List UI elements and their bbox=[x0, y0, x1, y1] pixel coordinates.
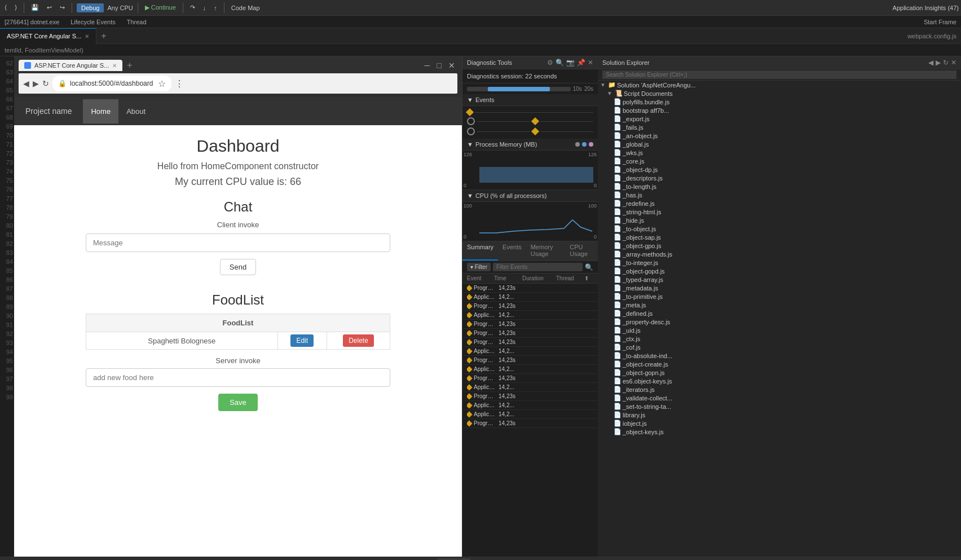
tab-close-aspnet[interactable]: ✕ bbox=[85, 33, 89, 39]
diag-search-btn[interactable]: 🔍 bbox=[556, 59, 564, 67]
file-item-6[interactable]: 📄_wks.js bbox=[598, 148, 961, 157]
filter-input[interactable] bbox=[493, 263, 583, 271]
code-map-btn[interactable]: Code Map bbox=[229, 3, 262, 12]
file-item-9[interactable]: 📄_descriptors.js bbox=[598, 174, 961, 182]
tab-aspnet[interactable]: ASP.NET Core Angular S... ✕ bbox=[0, 28, 96, 44]
diag-settings-btn[interactable]: ⚙ bbox=[547, 59, 553, 67]
maximize-btn[interactable]: □ bbox=[435, 61, 444, 70]
file-item-15[interactable]: 📄_to-object.js bbox=[598, 224, 961, 233]
event-item-9[interactable]: Application Insigh...14,2... bbox=[462, 365, 598, 374]
file-item-4[interactable]: 📄_an-object.js bbox=[598, 131, 961, 140]
solution-search-input[interactable] bbox=[602, 70, 956, 79]
file-item-31[interactable]: 📄_object-create.js bbox=[598, 360, 961, 368]
event-item-7[interactable]: Application Insigh...14,2... bbox=[462, 347, 598, 356]
file-item-5[interactable]: 📄_global.js bbox=[598, 140, 961, 148]
sol-back-btn[interactable]: ◀ bbox=[928, 59, 933, 67]
event-item-6[interactable]: Program Output...14,23s bbox=[462, 338, 598, 347]
file-item-22[interactable]: 📄_metadata.js bbox=[598, 284, 961, 292]
debug-btn[interactable]: Debug bbox=[77, 3, 104, 12]
diag-tab-cpu[interactable]: CPU Usage bbox=[565, 241, 598, 261]
save-food-btn[interactable]: Save bbox=[218, 394, 258, 411]
cpu-section-header[interactable]: ▼ CPU (% of all processors) bbox=[462, 190, 598, 202]
nav-about[interactable]: About bbox=[118, 99, 153, 124]
diag-pin-btn[interactable]: 📌 bbox=[577, 59, 585, 67]
diag-close-btn[interactable]: ✕ bbox=[588, 59, 593, 67]
edit-food-btn[interactable]: Edit bbox=[290, 334, 314, 347]
event-item-3[interactable]: Application Insigh...14,2... bbox=[462, 311, 598, 320]
diag-camera-btn[interactable]: 📷 bbox=[566, 59, 575, 67]
event-item-15[interactable]: Program Output...14,23s bbox=[462, 419, 598, 428]
file-item-20[interactable]: 📄_object-gopd.js bbox=[598, 267, 961, 275]
save-btn[interactable]: 💾 bbox=[29, 3, 41, 12]
event-item-11[interactable]: Application Insigh...14,2... bbox=[462, 383, 598, 392]
solution-root[interactable]: ▼ 📁 Solution 'AspNetCoreAngu... bbox=[598, 81, 961, 89]
event-item-8[interactable]: Program Output...14,23s bbox=[462, 356, 598, 365]
file-item-13[interactable]: 📄_string-html.js bbox=[598, 208, 961, 216]
filter-dropdown-btn[interactable]: ▾ Filter bbox=[467, 263, 491, 271]
address-input[interactable] bbox=[70, 80, 155, 87]
sol-close-btn[interactable]: ✕ bbox=[951, 59, 956, 67]
file-item-24[interactable]: 📄_meta.js bbox=[598, 301, 961, 309]
file-item-11[interactable]: 📄_has.js bbox=[598, 191, 961, 199]
file-item-7[interactable]: 📄_core.js bbox=[598, 157, 961, 165]
bookmark-btn[interactable]: ☆ bbox=[158, 78, 166, 89]
file-item-27[interactable]: 📄_uid.js bbox=[598, 326, 961, 334]
file-item-36[interactable]: 📄_set-to-string-ta... bbox=[598, 402, 961, 411]
back-btn[interactable]: ⟨ bbox=[2, 3, 9, 12]
script-docs-item[interactable]: ▼ 📜 Script Documents bbox=[598, 89, 961, 98]
file-item-30[interactable]: 📄_to-absolute-ind... bbox=[598, 351, 961, 360]
event-item-10[interactable]: Program Output...14,23s bbox=[462, 374, 598, 383]
diag-tab-summary[interactable]: Summary bbox=[462, 241, 498, 261]
step-into-btn[interactable]: ↓ bbox=[201, 3, 209, 12]
browser-tab-close[interactable]: ✕ bbox=[112, 63, 117, 69]
event-item-5[interactable]: Program Output...14,23s bbox=[462, 329, 598, 338]
nav-home[interactable]: Home bbox=[83, 99, 118, 124]
file-item-18[interactable]: 📄_array-methods.js bbox=[598, 250, 961, 258]
file-item-21[interactable]: 📄_typed-array.js bbox=[598, 275, 961, 284]
event-item-0[interactable]: Program Output...14,23s bbox=[462, 284, 598, 293]
file-item-12[interactable]: 📄_redefine.js bbox=[598, 199, 961, 208]
events-section-header[interactable]: ▼ Events bbox=[462, 94, 598, 106]
event-item-12[interactable]: Program Output...14,23s bbox=[462, 392, 598, 401]
diag-tab-events[interactable]: Events bbox=[498, 241, 526, 261]
file-item-1[interactable]: 📄bootstrap aff7b... bbox=[598, 106, 961, 114]
send-button[interactable]: Send bbox=[220, 259, 256, 275]
file-item-2[interactable]: 📄_export.js bbox=[598, 114, 961, 123]
file-item-32[interactable]: 📄_object-gopn.js bbox=[598, 368, 961, 377]
minimize-btn[interactable]: ─ bbox=[422, 61, 433, 70]
filter-search-btn[interactable]: 🔍 bbox=[585, 263, 593, 271]
food-item-input[interactable] bbox=[134, 337, 229, 345]
file-item-37[interactable]: 📄library.js bbox=[598, 411, 961, 419]
continue-btn[interactable]: ▶ Continue bbox=[143, 3, 178, 12]
event-item-4[interactable]: Program Output...14,23s bbox=[462, 320, 598, 329]
close-btn[interactable]: ✕ bbox=[446, 61, 457, 70]
file-item-28[interactable]: 📄_ctx.js bbox=[598, 334, 961, 343]
file-item-38[interactable]: 📄iobject.js bbox=[598, 419, 961, 427]
timeline-bar[interactable] bbox=[467, 87, 571, 91]
file-item-14[interactable]: 📄_hide.js bbox=[598, 216, 961, 224]
file-item-16[interactable]: 📄_object-sap.js bbox=[598, 233, 961, 241]
redo-btn[interactable]: ↪ bbox=[58, 3, 67, 12]
delete-food-btn[interactable]: Delete bbox=[343, 334, 374, 347]
event-item-14[interactable]: Application Insigh...14,2... bbox=[462, 410, 598, 419]
browser-fwd-btn[interactable]: ▶ bbox=[33, 79, 39, 88]
file-item-33[interactable]: 📄es6.object-keys.js bbox=[598, 377, 961, 385]
file-item-29[interactable]: 📄_cof.js bbox=[598, 343, 961, 351]
event-item-13[interactable]: Application Insigh...14,2... bbox=[462, 401, 598, 410]
file-item-10[interactable]: 📄_to-length.js bbox=[598, 182, 961, 191]
sol-fwd-btn[interactable]: ▶ bbox=[936, 59, 941, 67]
file-item-17[interactable]: 📄_object-gpo.js bbox=[598, 241, 961, 250]
file-item-26[interactable]: 📄_property-desc.js bbox=[598, 318, 961, 326]
file-item-39[interactable]: 📄_object-keys.js bbox=[598, 427, 961, 436]
file-item-35[interactable]: 📄_validate-collect... bbox=[598, 394, 961, 402]
browser-menu-btn[interactable]: ⋮ bbox=[175, 78, 184, 89]
diag-tab-memory[interactable]: Memory Usage bbox=[526, 241, 566, 261]
step-out-btn[interactable]: ↑ bbox=[211, 3, 219, 12]
browser-new-tab-btn[interactable]: + bbox=[125, 60, 134, 70]
browser-reload-btn[interactable]: ↻ bbox=[42, 79, 49, 88]
event-item-1[interactable]: Application Insigh...14,2... bbox=[462, 293, 598, 302]
file-item-23[interactable]: 📄_to-primitive.js bbox=[598, 292, 961, 301]
browser-active-tab[interactable]: ASP.NET Core Angular S... ✕ bbox=[19, 60, 122, 71]
file-item-19[interactable]: 📄_to-integer.js bbox=[598, 258, 961, 267]
file-item-8[interactable]: 📄_object-dp.js bbox=[598, 165, 961, 174]
